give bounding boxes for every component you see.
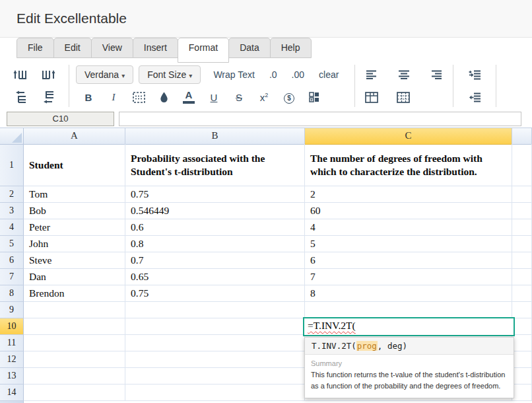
cell-B10[interactable] [125,318,305,335]
row-header-14[interactable]: 14 [0,385,24,401]
align-right-icon[interactable] [426,65,446,84]
tab-format[interactable]: Format [178,38,229,63]
merge-cells-icon[interactable] [362,88,382,106]
insert-row-above-icon[interactable] [11,88,30,106]
cell-B7[interactable]: 0.65 [125,269,305,285]
cell-C5[interactable]: 5 [305,236,512,252]
table-borders-icon[interactable] [393,88,413,106]
cell-B11[interactable] [125,335,305,351]
italic-button[interactable]: I [101,92,126,103]
column-header-C[interactable]: C [305,128,512,145]
insert-column-left-icon[interactable] [11,65,30,84]
cell-B1[interactable]: Probability associated with the Student'… [125,144,305,186]
fill-color-icon[interactable] [151,88,176,106]
cell-A7[interactable]: Dan [24,269,125,285]
insert-row-below-icon[interactable] [38,88,58,106]
indent-decrease-icon[interactable] [465,88,484,106]
align-center-icon[interactable] [394,65,414,84]
cell-A1[interactable]: Student [24,144,125,186]
cell-A11[interactable] [24,335,125,351]
cell-A14[interactable] [24,385,125,401]
cell-D1[interactable] [512,144,532,186]
cell-C2[interactable]: 2 [305,186,512,203]
row-header-13[interactable]: 13 [0,368,24,385]
cell-A2[interactable]: Tom [24,186,125,203]
row-header-11[interactable]: 11 [0,335,24,351]
cell-A4[interactable]: Peter [24,219,125,236]
cell-A10[interactable] [24,318,125,335]
cell-C9[interactable] [305,302,512,318]
tab-help[interactable]: Help [270,38,312,58]
cell-B12[interactable] [125,351,305,368]
cell-reference-box[interactable]: C10 [7,112,114,126]
cell-B14[interactable] [125,385,305,401]
cell-C4[interactable]: 4 [305,219,512,236]
column-header-A[interactable]: A [24,128,125,145]
cell-B4[interactable]: 0.6 [125,219,305,236]
row-header-10[interactable]: 10 [0,318,24,335]
decimal-decrease-button[interactable]: .0 [269,69,277,80]
underline-button[interactable]: U [201,92,226,103]
align-left-icon[interactable] [362,65,382,84]
cell-A3[interactable]: Bob [24,203,125,219]
row-header-5[interactable]: 5 [0,236,24,252]
cell-blocks-icon[interactable] [302,88,327,106]
tab-insert[interactable]: Insert [133,38,178,58]
decimal-increase-button[interactable]: .00 [292,69,304,80]
cell-A9[interactable] [24,302,125,318]
cell-B2[interactable]: 0.75 [125,186,305,203]
indent-increase-icon[interactable] [465,65,484,84]
row-header-2[interactable]: 2 [0,186,24,203]
cell-B5[interactable]: 0.8 [125,236,305,252]
cell-A13[interactable] [24,368,125,385]
row-header-4[interactable]: 4 [0,219,24,236]
font-size-dropdown[interactable]: Font Size▾ [139,65,201,84]
row-header-3[interactable]: 3 [0,203,24,219]
row-header-1[interactable]: 1 [0,144,24,186]
tab-edit[interactable]: Edit [53,38,92,58]
cell-C8[interactable]: 8 [305,285,512,302]
cell-B8[interactable]: 0.75 [125,285,305,302]
font-color-icon[interactable]: A [176,91,201,104]
cell-A8[interactable]: Brendon [24,285,125,302]
cell-D6[interactable] [512,252,532,269]
strikethrough-button[interactable]: S [226,92,251,103]
cell-D2[interactable] [512,186,532,203]
cell-A5[interactable]: John [24,236,125,252]
tab-data[interactable]: Data [228,38,271,58]
cell-D14[interactable] [512,385,532,401]
cell-C6[interactable]: 6 [305,252,512,269]
tab-view[interactable]: View [91,38,133,58]
currency-format-icon[interactable]: $ [277,91,302,104]
column-header-B[interactable]: B [125,128,305,145]
cell-C3[interactable]: 60 [305,203,512,219]
cell-B3[interactable]: 0.546449 [125,203,305,219]
cell-D10[interactable] [512,318,532,335]
insert-column-right-icon[interactable] [38,65,58,84]
cell-D4[interactable] [512,219,532,236]
cell-C1[interactable]: The number of degrees of freedom with wh… [305,144,512,186]
superscript-button[interactable]: x2 [251,92,277,103]
row-header-7[interactable]: 7 [0,269,24,285]
border-style-icon[interactable] [126,88,151,106]
cell-D12[interactable] [512,351,532,368]
cell-C7[interactable]: 7 [305,269,512,285]
cell-B9[interactable] [125,302,305,318]
font-family-dropdown[interactable]: Verdana▾ [76,65,133,84]
cell-B13[interactable] [125,368,305,385]
cell-A6[interactable]: Steve [24,252,125,269]
row-header-9[interactable]: 9 [0,302,24,318]
cell-editor-c10[interactable]: =T.INV.2T( [303,317,515,336]
row-header-8[interactable]: 8 [0,285,24,302]
cell-D13[interactable] [512,368,532,385]
cell-D7[interactable] [512,269,532,285]
row-header-12[interactable]: 12 [0,351,24,368]
formula-input[interactable] [119,112,521,126]
wrap-text-button[interactable]: Wrap Text [213,69,255,80]
cell-B6[interactable]: 0.7 [125,252,305,269]
cell-A12[interactable] [24,351,125,368]
cell-D9[interactable] [512,302,532,318]
cell-D3[interactable] [512,203,532,219]
cell-D11[interactable] [512,335,532,351]
cell-D8[interactable] [512,285,532,302]
